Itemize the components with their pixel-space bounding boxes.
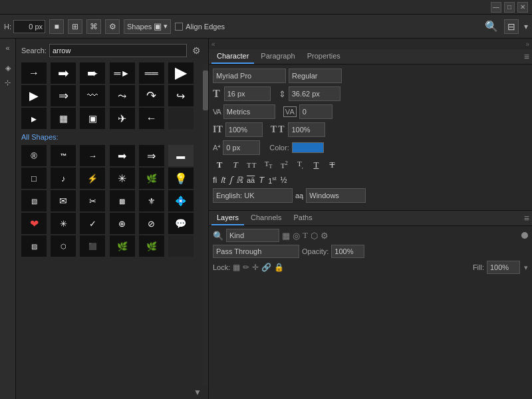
fraction-button[interactable]: ½ [281, 176, 287, 185]
shape-cell[interactable]: ← [139, 108, 164, 129]
lock-paint-icon[interactable]: ✏ [243, 263, 249, 272]
shape-cell[interactable]: ✈ [110, 108, 135, 129]
shape-cell[interactable]: 〰 [80, 85, 105, 106]
discretionary-lig-button[interactable]: ʃ [229, 175, 232, 185]
old-ligature-button[interactable]: ſt [221, 175, 226, 185]
lock-pixels-icon[interactable]: ▦ [233, 263, 240, 272]
ligature-button[interactable]: fi [213, 175, 217, 185]
font-family-select[interactable]: Myriad Pro [213, 68, 286, 83]
horizontal-scale-input[interactable] [288, 122, 325, 137]
shape-cell[interactable]: ▶ [168, 63, 194, 84]
search-input[interactable] [49, 44, 187, 57]
shape-cell[interactable]: ═► [110, 63, 135, 84]
shape-cell[interactable]: 🌿 [110, 235, 135, 257]
shape-cell[interactable]: 🌿 [139, 235, 164, 257]
shape-cell[interactable]: ⇒ [139, 145, 164, 166]
ordinal-button[interactable]: aā [247, 176, 255, 184]
subscript-button[interactable]: T, [293, 158, 307, 171]
all-caps-button[interactable]: TT [245, 160, 259, 170]
shape-cell[interactable] [168, 235, 194, 257]
swash-button[interactable]: T [259, 175, 264, 185]
collapse-right-arrow-icon[interactable]: » [525, 41, 529, 48]
opacity-input[interactable] [331, 245, 364, 258]
shape-cell[interactable]: 💬 [168, 213, 194, 234]
shape-cell[interactable]: ▸ [21, 108, 47, 129]
shape-cell[interactable]: ➡ [51, 63, 76, 84]
shape-cell[interactable]: ® [21, 145, 47, 166]
panel-layout-icon[interactable]: ⊟ [504, 19, 519, 34]
tab-paths[interactable]: Paths [289, 211, 318, 225]
shape-cell[interactable]: → [80, 145, 105, 166]
tool-icon-2[interactable]: ⊹ [1, 76, 15, 89]
square-icon-btn[interactable]: ■ [49, 19, 64, 34]
layers-kind-select[interactable]: Kind [226, 229, 279, 242]
shape-cell[interactable]: ↷ [139, 85, 164, 106]
fill-chevron-icon[interactable]: ▾ [524, 263, 528, 272]
rendering-select[interactable]: Windows [306, 188, 366, 203]
filter-pixel-icon[interactable]: ▦ [282, 231, 290, 241]
lock-move-icon[interactable]: ✛ [252, 263, 259, 272]
filter-type-icon[interactable]: T [303, 230, 308, 241]
lock-artboard-icon[interactable]: 🔗 [261, 263, 271, 272]
shape-cell[interactable] [168, 108, 194, 129]
tab-properties[interactable]: Properties [302, 49, 346, 64]
shape-cell[interactable]: ⬛ [80, 235, 105, 257]
maximize-button[interactable]: □ [504, 2, 515, 13]
shape-cell[interactable]: 🌿 [139, 168, 164, 189]
shape-cell[interactable]: ✓ [80, 213, 105, 234]
shape-cell[interactable]: ❤ [21, 213, 47, 234]
tab-panel-menu-icon[interactable]: ≡ [524, 51, 529, 62]
tab-paragraph[interactable]: Paragraph [255, 49, 300, 64]
collapse-left-arrow-icon[interactable]: « [211, 41, 215, 48]
align-icon-btn[interactable]: ⊞ [68, 19, 82, 34]
layers-panel-menu-icon[interactable]: ≡ [524, 213, 529, 223]
tracking-input[interactable] [299, 104, 332, 119]
vertical-scale-input[interactable] [225, 122, 263, 137]
shape-settings-button[interactable]: ⚙ [190, 44, 203, 57]
shape-cell[interactable]: ⇒ [51, 85, 76, 106]
shape-cell[interactable]: ▩ [110, 190, 135, 211]
filter-shape-icon[interactable]: ⬡ [311, 231, 318, 241]
shape-cell[interactable]: → [21, 63, 47, 84]
warp-icon-btn[interactable]: ⌘ [86, 19, 101, 34]
shape-cell[interactable]: 💡 [168, 168, 194, 189]
shape-cell[interactable]: ⊘ [139, 213, 164, 234]
shape-cell[interactable]: ✳ [110, 168, 135, 189]
small-caps-button[interactable]: TT [261, 158, 275, 171]
lock-all-icon[interactable]: 🔒 [274, 263, 284, 272]
collapse-left-icon[interactable]: « [1, 41, 15, 55]
shape-cell[interactable]: ⬡ [51, 235, 76, 257]
old-style-button[interactable]: ℝ [236, 175, 243, 185]
baseline-input[interactable] [223, 140, 260, 155]
shape-cell[interactable]: ➨ [80, 63, 105, 84]
kerning-select[interactable]: Metrics [223, 104, 275, 119]
blend-mode-select[interactable]: Pass Through [213, 245, 299, 258]
tool-icon-1[interactable]: ◈ [1, 61, 15, 74]
shape-cell[interactable]: ▨ [21, 235, 47, 257]
shape-cell[interactable]: ⚡ [80, 168, 105, 189]
fill-input[interactable] [487, 261, 520, 274]
filter-adjustment-icon[interactable]: ◎ [293, 231, 300, 241]
strikethrough-button[interactable]: T [325, 158, 338, 172]
align-edges-checkbox[interactable] [175, 23, 183, 31]
shape-cell[interactable]: ↪ [168, 85, 194, 106]
filter-smart-icon[interactable]: ⚙ [321, 231, 329, 241]
shape-picker-dropdown[interactable]: Shapes ▣ ▾ [124, 19, 171, 34]
underline-button[interactable]: T [309, 158, 323, 172]
shape-cell[interactable]: ▧ [21, 190, 47, 211]
shape-cell[interactable]: ✉ [51, 190, 76, 211]
shape-cell[interactable]: ♪ [51, 168, 76, 189]
tab-channels[interactable]: Channels [245, 211, 287, 225]
faux-bold-button[interactable]: T [213, 158, 226, 172]
shape-cell[interactable]: ▶ [21, 85, 47, 106]
scrollbar-thumb[interactable] [203, 70, 208, 110]
shape-cell[interactable]: ⤳ [110, 85, 135, 106]
shape-cell[interactable]: ⚜ [139, 190, 164, 211]
minimize-button[interactable]: — [491, 2, 501, 13]
shape-cell[interactable]: ™ [51, 145, 76, 166]
faux-italic-button[interactable]: T [229, 158, 242, 172]
shape-cell[interactable]: ▦ [51, 108, 76, 129]
superscript-button[interactable]: T2 [277, 159, 291, 171]
panel-scrollbar[interactable] [203, 64, 208, 399]
color-swatch[interactable] [292, 142, 324, 153]
